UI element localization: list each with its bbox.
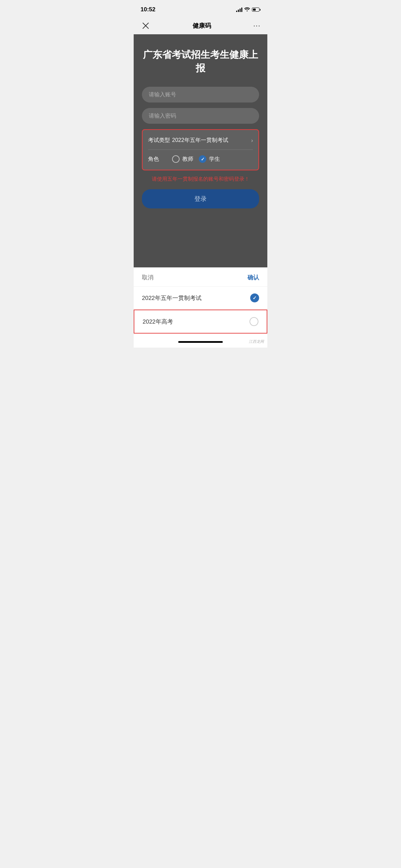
exam-type-value: 2022年五年一贯制考试 <box>172 137 251 144</box>
status-bar: 10:52 <box>134 0 267 17</box>
signal-icon <box>236 7 242 12</box>
option-item-1[interactable]: 2022年五年一贯制考试 <box>134 287 267 310</box>
status-icons <box>236 7 260 12</box>
role-student-option[interactable]: 学生 <box>199 155 220 163</box>
exam-type-row[interactable]: 考试类型 2022年五年一贯制考试 › <box>148 135 253 146</box>
chevron-right-icon: › <box>251 137 253 144</box>
watermark: 江西龙网 <box>249 339 264 344</box>
option-check-2 <box>250 317 258 326</box>
status-time: 10:52 <box>141 6 155 13</box>
page-title: 广东省考试招生考生健康上报 <box>142 48 259 75</box>
close-button[interactable] <box>141 21 151 31</box>
nav-title: 健康码 <box>193 22 211 30</box>
hint-text: 请使用五年一贯制报名的账号和密码登录！ <box>142 176 259 182</box>
wifi-icon <box>244 7 250 12</box>
role-student-label: 学生 <box>209 156 220 163</box>
more-button[interactable]: ··· <box>253 21 260 30</box>
role-label: 角色 <box>148 156 172 163</box>
battery-icon <box>252 8 260 12</box>
option-label-1: 2022年五年一贯制考试 <box>142 294 202 302</box>
radio-teacher-empty <box>172 155 180 163</box>
option-check-1 <box>250 293 259 302</box>
radio-student-checked <box>199 155 206 163</box>
selection-box: 考试类型 2022年五年一贯制考试 › 角色 教师 学生 <box>142 129 259 170</box>
cancel-button[interactable]: 取消 <box>142 274 154 281</box>
password-input[interactable] <box>142 108 259 124</box>
role-options: 教师 学生 <box>172 155 220 163</box>
option-item-2[interactable]: 2022年高考 <box>134 310 267 334</box>
confirm-button[interactable]: 确认 <box>247 274 259 281</box>
option-label-2: 2022年高考 <box>143 318 173 326</box>
home-indicator <box>178 341 223 343</box>
exam-type-label: 考试类型 <box>148 137 172 144</box>
main-content: 广东省考试招生考生健康上报 考试类型 2022年五年一贯制考试 › 角色 教师 <box>134 34 267 267</box>
more-icon: ··· <box>253 21 260 30</box>
bottom-sheet: 取消 确认 2022年五年一贯制考试 2022年高考 <box>134 267 267 336</box>
bottom-sheet-header: 取消 确认 <box>134 267 267 287</box>
account-input[interactable] <box>142 87 259 103</box>
role-teacher-label: 教师 <box>182 156 193 163</box>
role-teacher-option[interactable]: 教师 <box>172 155 193 163</box>
divider <box>148 149 253 150</box>
role-row: 角色 教师 学生 <box>148 153 253 165</box>
bottom-bar <box>134 336 267 348</box>
login-button[interactable]: 登录 <box>142 189 259 208</box>
nav-bar: 健康码 ··· <box>134 17 267 34</box>
